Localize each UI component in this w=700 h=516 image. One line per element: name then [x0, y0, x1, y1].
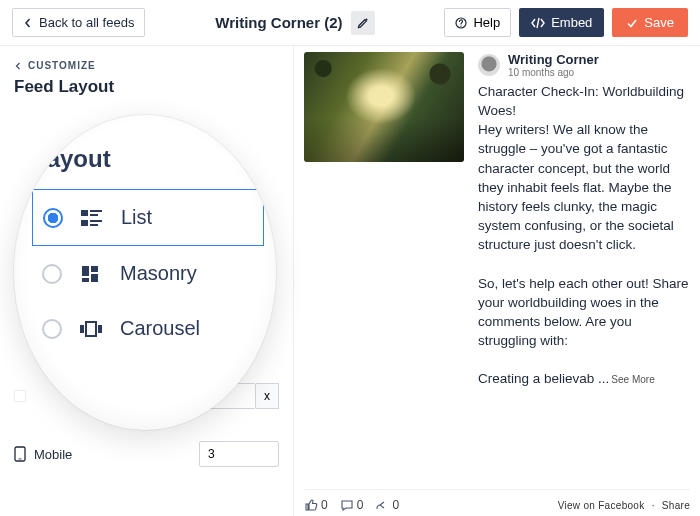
svg-rect-5	[90, 214, 98, 216]
edit-title-button[interactable]	[351, 11, 375, 35]
feed-title: Writing Corner (2)	[215, 14, 342, 31]
share-link[interactable]: Share	[662, 500, 690, 511]
thumbs-up-icon	[304, 498, 318, 512]
row-mobile: Mobile	[14, 435, 279, 473]
code-icon	[531, 17, 545, 29]
layout-option-carousel[interactable]: Carousel	[32, 301, 264, 356]
save-button[interactable]: Save	[612, 8, 688, 37]
layout-option-label: List	[121, 206, 152, 229]
view-on-facebook-link[interactable]: View on Facebook	[558, 500, 645, 511]
chevron-left-icon	[14, 62, 22, 70]
share-button[interactable]: 0	[375, 498, 399, 512]
check-icon	[626, 17, 638, 29]
post-text-1: Character Check-In: Worldbuilding Woes! …	[478, 84, 684, 252]
top-bar: Back to all feeds Writing Corner (2) Hel…	[0, 0, 700, 46]
svg-rect-2	[19, 459, 22, 460]
svg-rect-9	[82, 266, 89, 276]
svg-rect-12	[91, 274, 98, 282]
post-footer: 0 0 0 View on Facebook · Share	[304, 489, 690, 516]
mobile-icon	[14, 446, 26, 462]
customize-label: CUSTOMIZE	[28, 60, 96, 71]
post-links: View on Facebook · Share	[558, 500, 690, 511]
svg-rect-8	[90, 224, 98, 226]
svg-rect-15	[98, 325, 102, 333]
radio-unselected-icon	[42, 319, 62, 339]
customize-back-link[interactable]: CUSTOMIZE	[14, 60, 279, 71]
embed-button[interactable]: Embed	[519, 8, 604, 37]
like-count: 0	[321, 498, 328, 512]
radio-unselected-icon	[42, 264, 62, 284]
chevron-left-icon	[23, 18, 33, 28]
svg-rect-7	[90, 220, 102, 222]
svg-rect-14	[86, 322, 96, 336]
like-button[interactable]: 0	[304, 498, 328, 512]
post: Writing Corner 10 months ago Character C…	[304, 52, 690, 389]
mobile-label: Mobile	[34, 447, 72, 462]
layout-option-masonry[interactable]: Masonry	[32, 246, 264, 301]
svg-rect-10	[91, 266, 98, 272]
post-body: Character Check-In: Worldbuilding Woes! …	[478, 82, 690, 389]
post-timestamp: 10 months ago	[508, 67, 599, 78]
mobile-columns-input[interactable]	[199, 441, 279, 467]
magnifier-lens: Layout List Masonry Carousel	[14, 115, 276, 430]
comment-button[interactable]: 0	[340, 498, 364, 512]
share-count: 0	[392, 498, 399, 512]
masonry-layout-icon	[80, 265, 102, 283]
back-label: Back to all feeds	[39, 15, 134, 30]
save-label: Save	[644, 15, 674, 30]
share-icon	[375, 498, 389, 512]
list-layout-icon	[81, 209, 103, 227]
carousel-layout-icon	[80, 320, 102, 338]
help-label: Help	[473, 15, 500, 30]
avatar	[478, 54, 500, 76]
back-to-feeds-button[interactable]: Back to all feeds	[12, 8, 145, 37]
svg-rect-3	[81, 210, 88, 216]
layout-option-list[interactable]: List	[32, 189, 264, 246]
comment-count: 0	[357, 498, 364, 512]
post-image[interactable]	[304, 52, 464, 162]
title-wrap: Writing Corner (2)	[153, 11, 436, 35]
embed-label: Embed	[551, 15, 592, 30]
post-text-2: So, let's help each other out! Share you…	[478, 276, 688, 348]
post-author: Writing Corner	[508, 52, 599, 67]
pencil-icon	[357, 17, 369, 29]
post-text-3: Creating a believab ...	[478, 371, 609, 386]
layout-option-label: Carousel	[120, 317, 200, 340]
topbar-actions: Help Embed Save	[444, 8, 688, 37]
clear-button[interactable]: x	[256, 383, 279, 409]
separator: ·	[652, 500, 655, 511]
svg-rect-4	[90, 210, 102, 212]
feed-preview: Writing Corner 10 months ago Character C…	[294, 46, 700, 516]
post-meta: Writing Corner 10 months ago	[478, 52, 690, 78]
section-heading: Feed Layout	[14, 77, 279, 97]
svg-rect-11	[82, 278, 89, 282]
see-more-link[interactable]: See More	[611, 374, 654, 385]
layout-option-label: Masonry	[120, 262, 197, 285]
tablet-icon	[14, 390, 26, 402]
engagement: 0 0 0	[304, 498, 399, 512]
help-button[interactable]: Help	[444, 8, 511, 37]
comment-icon	[340, 498, 354, 512]
svg-rect-13	[80, 325, 84, 333]
svg-rect-6	[81, 220, 88, 226]
radio-selected-icon	[43, 208, 63, 228]
help-icon	[455, 17, 467, 29]
